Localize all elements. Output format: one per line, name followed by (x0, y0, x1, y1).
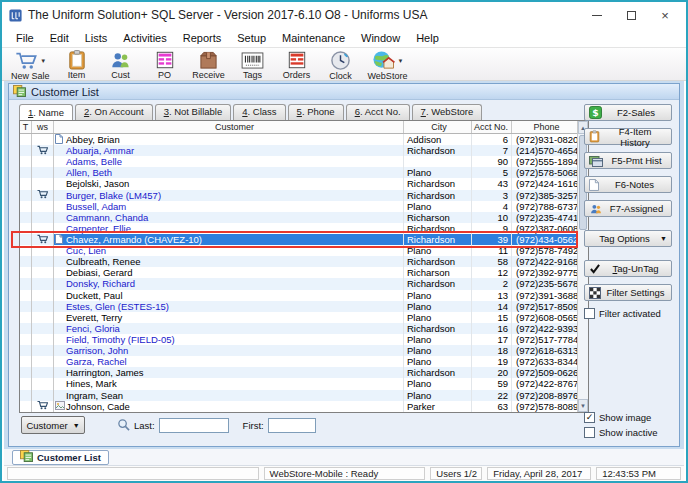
customer-row[interactable]: Garza, RachelPlano19(972)633-8344 (20, 356, 577, 367)
customer-row[interactable]: Everett, TerryPlano15(972)608-0565 (20, 312, 577, 323)
toolbar-clock-button[interactable]: Clock (319, 49, 363, 81)
customer-row[interactable]: Bussell, AdamPlano4(972)788-6737 (20, 201, 577, 212)
customer-row[interactable]: Burger, Blake (LM457)Richardson3(972)385… (20, 190, 577, 201)
customer-row[interactable]: Cuc, LienPlano11(972)578-7492 (20, 245, 577, 256)
toolbar-orders-button[interactable]: Orders (275, 49, 319, 81)
customer-row[interactable]: Estes, Glen (ESTES-15)Plano14(972)517-85… (20, 301, 577, 312)
tab-name[interactable]: 1. Name (19, 104, 73, 120)
customer-acct-no: 19 (472, 356, 512, 367)
customer-row[interactable]: Culbreath, ReneeRichardson58(972)422-916… (20, 256, 577, 267)
customer-row[interactable]: Abuarja, AmmarRichardson7(214)570-4654 (20, 145, 577, 156)
customer-row[interactable]: Ingram, SeanPlano22(972)208-8976 (20, 390, 577, 401)
minimize-button[interactable] (580, 3, 614, 27)
toolbar-cust-button[interactable]: Cust (99, 49, 143, 81)
tag-untag-button[interactable]: Tag-UnTag (584, 260, 672, 277)
webstore-cart-icon (37, 190, 48, 201)
tab-phone[interactable]: 5. Phone (288, 104, 344, 120)
svg-text:$: $ (592, 107, 598, 118)
webstore-cart-icon (37, 401, 48, 412)
menu-window[interactable]: Window (353, 30, 408, 46)
chevron-down-icon[interactable]: ▼ (397, 58, 403, 64)
taskbar-tab-customer-list[interactable]: Customer List (12, 450, 109, 465)
menu-lists[interactable]: Lists (77, 30, 116, 46)
customer-phone: (972)633-8344 (512, 356, 577, 367)
customer-row[interactable]: Abbey, BrianAddison6(972)931-0820 (20, 134, 577, 145)
customer-row[interactable]: Debiasi, GerardRicharson12(972)392-9775 (20, 267, 577, 278)
customer-row[interactable]: Fenci, GloriaRichardson16(972)422-9393 (20, 323, 577, 334)
check-icon (589, 264, 601, 274)
show-inactive-checkbox[interactable]: Show inactive (584, 427, 672, 438)
f4-item-history-button[interactable]: F4-Item History (584, 128, 672, 145)
column-header-t[interactable]: T (20, 121, 32, 133)
menu-file[interactable]: File (8, 30, 42, 46)
toolbar-po-button[interactable]: PO (143, 49, 187, 81)
open-windows-strip: Customer List (4, 449, 684, 466)
toolbar-receive-button[interactable]: Receive (187, 49, 231, 81)
customer-acct-no: 90 (472, 156, 512, 167)
application-window: The Uniform Solution+ SQL Server - Versi… (0, 0, 688, 483)
tab-webstore[interactable]: 7. WebStore (412, 104, 483, 120)
column-header-acctno[interactable]: Acct No. (472, 121, 512, 133)
checkbox-icon[interactable]: ✓ (584, 412, 595, 423)
status-users: Users 1/2 (430, 467, 482, 480)
customer-acct-no: 3 (472, 190, 512, 201)
column-header-customer[interactable]: Customer (54, 121, 404, 133)
customer-list-title: Customer List (31, 86, 99, 98)
f7-assigned-button[interactable]: F7-Assigned (584, 200, 672, 217)
customer-row[interactable]: Garrison, JohnPlano18(972)618-6313 (20, 345, 577, 356)
tag-options-button[interactable]: Tag Options▼ (584, 230, 672, 247)
tab-on-account[interactable]: 2. On Account (75, 104, 153, 120)
close-button[interactable]: × (648, 3, 682, 27)
menu-setup[interactable]: Setup (229, 30, 274, 46)
customer-row[interactable]: Carpenter, EllieRichardson9(972)387-0608 (20, 223, 577, 234)
tab-class[interactable]: 4. Class (233, 104, 285, 120)
toolbar-webstore-button[interactable]: ▼WebStore (363, 49, 413, 81)
cart-icon: ▼ (14, 50, 46, 71)
menu-edit[interactable]: Edit (42, 30, 77, 46)
clock-icon (330, 50, 351, 71)
column-header-ws[interactable]: ws (32, 121, 54, 133)
tab-acct-no[interactable]: 6. Acct No. (346, 104, 410, 120)
customer-city: Plano (404, 390, 472, 401)
maximize-button[interactable] (614, 3, 648, 27)
filter-settings-button[interactable]: Filter Settings (584, 284, 672, 301)
f2-sales-button[interactable]: $F2-Sales (584, 104, 672, 121)
customer-row[interactable]: Chavez, Armando (CHAVEZ-10)Richardson39(… (20, 234, 577, 245)
customer-row[interactable]: Duckett, PaulPlano13(972)391-3688 (20, 290, 577, 301)
customer-phone: (972)517-7784 (512, 334, 577, 345)
checkbox-icon[interactable] (584, 427, 595, 438)
toolbar-item-button[interactable]: Item (55, 49, 99, 81)
f5-pmt-hist-button[interactable]: F5-Pmt Hist (584, 152, 672, 169)
customer-row[interactable]: Allen, BethPlano5(972)578-5068 (20, 167, 577, 178)
checkbox-icon[interactable] (584, 308, 595, 319)
people-icon (110, 50, 131, 70)
customer-row[interactable]: Hines, MarkPlano59(972)422-8767 (20, 378, 577, 389)
menu-help[interactable]: Help (408, 30, 447, 46)
customer-name: Duckett, Paul (66, 290, 123, 301)
last-name-input[interactable] (159, 418, 229, 433)
f6-notes-button[interactable]: F6-Notes (584, 176, 672, 193)
tab-not-billable[interactable]: 3. Not Billable (155, 104, 232, 120)
filter-activated-checkbox[interactable]: Filter activated (584, 308, 672, 319)
menu-maintenance[interactable]: Maintenance (274, 30, 353, 46)
status-date: Friday, April 28, 2017 (487, 467, 591, 480)
menu-activities[interactable]: Activities (115, 30, 174, 46)
customer-row[interactable]: Johnson, CadeParker63(972)578-8089 (20, 401, 577, 412)
customer-menu-button[interactable]: Customer ▼ (21, 416, 85, 434)
people-small-icon (589, 203, 603, 215)
status-webstore: WebStore-Mobile : Ready (264, 467, 426, 480)
customer-row[interactable]: Cammann, ChandaRicharson10(972)235-4741 (20, 212, 577, 223)
customer-row[interactable]: Bejolski, JasonRichardson43(972)424-1616 (20, 178, 577, 189)
chevron-down-icon[interactable]: ▼ (40, 58, 46, 64)
first-name-input[interactable] (268, 418, 316, 433)
customer-row[interactable]: Field, Timothy (FIELD-05)Plano17(972)517… (20, 334, 577, 345)
show-image-checkbox[interactable]: ✓Show image (584, 412, 672, 423)
toolbar-new-sale-button[interactable]: ▼New Sale (6, 49, 55, 81)
customer-row[interactable]: Harrington, JamesRichardson20(972)509-06… (20, 367, 577, 378)
column-header-city[interactable]: City (404, 121, 472, 133)
toolbar-tags-button[interactable]: Tags (231, 49, 275, 81)
column-header-phone[interactable]: Phone (512, 121, 577, 133)
menu-reports[interactable]: Reports (175, 30, 230, 46)
customer-row[interactable]: Donsky, RichardRichardson2(972)235-5678 (20, 278, 577, 289)
customer-row[interactable]: Adams, Belle90(972)555-1894 (20, 156, 577, 167)
